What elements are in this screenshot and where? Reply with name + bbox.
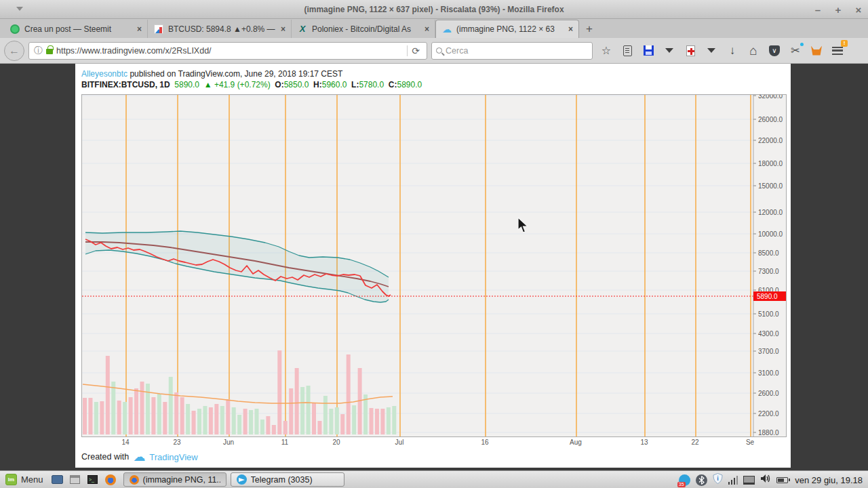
- y-axis-tick: 18000.0: [758, 160, 783, 167]
- window-button-label: Telegram (3035): [251, 475, 313, 485]
- volume-bar: [295, 368, 299, 434]
- battery-icon[interactable]: [776, 477, 788, 483]
- symbol-label: BITFINEX:BTCUSD, 1D: [81, 80, 170, 89]
- volume-bar: [317, 421, 321, 434]
- maximize-button[interactable]: +: [833, 4, 844, 16]
- y-axis-tick: 22000.0: [758, 137, 783, 144]
- tradingview-icon: [153, 24, 164, 35]
- pocket-icon[interactable]: ∨: [766, 43, 783, 59]
- chart-canvas: 32000.026000.022000.018000.015000.012000…: [82, 95, 786, 436]
- new-tab-button[interactable]: +: [579, 20, 599, 38]
- metamask-fox-icon[interactable]: [808, 43, 825, 59]
- chevron-down-icon[interactable]: [661, 43, 677, 59]
- volume-bar: [340, 414, 344, 434]
- taskbar-window-telegram[interactable]: Telegram (3035): [231, 472, 344, 487]
- url-input[interactable]: https://www.tradingview.com/x/2RsLIXdd/: [56, 46, 407, 56]
- ssl-lock-icon[interactable]: [46, 49, 53, 54]
- y-axis-tick: 8500.0: [758, 249, 779, 257]
- url-bar[interactable]: ⓘ https://www.tradingview.com/x/2RsLIXdd…: [28, 42, 427, 60]
- x-axis-tick: 20: [325, 439, 348, 446]
- last-price: 5890.0: [174, 80, 199, 89]
- volume-bar: [140, 382, 144, 434]
- tab-close-icon[interactable]: ×: [568, 24, 573, 34]
- open-value: 5850.0: [284, 80, 309, 89]
- poloniex-icon: X: [297, 24, 308, 35]
- clipboard-icon[interactable]: [619, 43, 635, 59]
- volume-speaker-icon[interactable]: [760, 474, 771, 486]
- telegram-tray-icon[interactable]: 35: [679, 474, 690, 486]
- volume-bar: [157, 394, 161, 434]
- downloads-icon[interactable]: ↓: [724, 43, 741, 59]
- mint-menu-button[interactable]: lm Menu: [0, 472, 49, 488]
- addon-document-icon[interactable]: [682, 43, 698, 59]
- back-button[interactable]: ←: [4, 41, 24, 61]
- home-icon[interactable]: ⌂: [745, 43, 762, 59]
- volume-bar: [226, 399, 230, 434]
- x-axis-tick: Jul: [388, 439, 411, 446]
- volume-bar: [283, 421, 288, 434]
- firefox-launcher-icon[interactable]: [104, 474, 117, 486]
- save-floppy-icon[interactable]: [640, 43, 656, 59]
- volume-bar: [392, 406, 396, 434]
- search-bar[interactable]: Cerca: [431, 42, 593, 60]
- show-desktop-icon[interactable]: [51, 474, 64, 486]
- tradingview-snapshot-image[interactable]: Alleyesonbtc published on TradingView.co…: [75, 64, 791, 468]
- volume-bar: [255, 409, 259, 434]
- display-icon[interactable]: [743, 476, 755, 485]
- terminal-icon[interactable]: >_: [86, 474, 100, 486]
- y-axis-tick: 3700.0: [758, 348, 779, 355]
- price-chart: 32000.026000.022000.018000.015000.012000…: [81, 94, 787, 437]
- screenshot-scissors-icon[interactable]: ✂: [787, 43, 804, 59]
- hamburger-menu-icon[interactable]: !: [829, 43, 846, 59]
- reload-icon[interactable]: ⟳: [407, 45, 424, 56]
- high-value: 5960.0: [322, 80, 347, 89]
- clock-label[interactable]: ven 29 giu, 19.18: [795, 475, 863, 485]
- tab-image-active[interactable]: ☁ (immagine PNG, 1122 × 63 ×: [435, 20, 579, 38]
- x-axis-tick: 11: [273, 439, 296, 446]
- volume-bar: [134, 388, 138, 434]
- x-axis-labels: 1423Jun1120Jul16Aug1322Se: [81, 439, 787, 448]
- symbol-ohlc-line: BITFINEX:BTCUSD, 1D 5890.0 ▲ +41.9 (+0.7…: [81, 80, 422, 89]
- tab-poloniex[interactable]: X Poloniex - Bitcoin/Digital As ×: [292, 20, 435, 38]
- page-info-icon[interactable]: ⓘ: [34, 45, 43, 57]
- minimize-button[interactable]: –: [812, 4, 823, 16]
- high-label: H:: [313, 80, 322, 89]
- search-input[interactable]: Cerca: [446, 46, 468, 56]
- menu-label: Menu: [21, 474, 43, 485]
- bookmark-star-icon[interactable]: ☆: [598, 43, 614, 59]
- tab-close-icon[interactable]: ×: [137, 24, 142, 34]
- tab-btcusd[interactable]: BTCUSD: 5894.8 ▲+0.8% — ×: [148, 20, 292, 38]
- tab-close-icon[interactable]: ×: [281, 24, 285, 34]
- volume-bar: [117, 401, 121, 434]
- taskbar: lm Menu >_ (immagine PNG, 11... Telegram…: [0, 470, 868, 488]
- open-label: O:: [275, 80, 283, 89]
- telegram-icon: [237, 474, 247, 485]
- taskbar-window-firefox[interactable]: (immagine PNG, 11...: [123, 472, 226, 487]
- tab-bar: Crea un post — Steemit × BTCUSD: 5894.8 …: [0, 19, 868, 38]
- volume-bar: [174, 392, 178, 434]
- byline-text: published on TradingView.com, June 29, 2…: [127, 69, 342, 79]
- author-link[interactable]: Alleyesonbtc: [81, 69, 127, 79]
- screenshot-tool-icon[interactable]: [68, 474, 82, 486]
- desktop-screen: (immagine PNG, 1122 × 637 pixel) - Risca…: [0, 0, 868, 488]
- tradingview-link[interactable]: TradingView: [149, 452, 198, 462]
- network-signal-icon[interactable]: [728, 475, 738, 485]
- bluetooth-icon[interactable]: [696, 474, 707, 486]
- window-titlebar[interactable]: (immagine PNG, 1122 × 637 pixel) - Risca…: [0, 0, 868, 19]
- chevron-down-icon[interactable]: [703, 43, 719, 59]
- close-value: 5890.0: [397, 80, 422, 89]
- volume-bar: [106, 356, 110, 434]
- volume-bar: [180, 397, 184, 434]
- volume-bar: [375, 409, 379, 434]
- volume-bar: [266, 416, 270, 434]
- volume-bar: [307, 386, 311, 434]
- chart-footer: Created with ☁ TradingView: [81, 451, 198, 462]
- close-button[interactable]: ×: [853, 4, 864, 16]
- tab-close-icon[interactable]: ×: [425, 24, 429, 34]
- tab-steemit[interactable]: Crea un post — Steemit ×: [4, 20, 148, 38]
- browser-content: Alleyesonbtc published on TradingView.co…: [0, 64, 868, 470]
- volume-bar: [243, 409, 248, 434]
- update-shield-icon[interactable]: i: [713, 473, 723, 487]
- volume-bar: [186, 404, 190, 434]
- volume-bar: [232, 407, 236, 434]
